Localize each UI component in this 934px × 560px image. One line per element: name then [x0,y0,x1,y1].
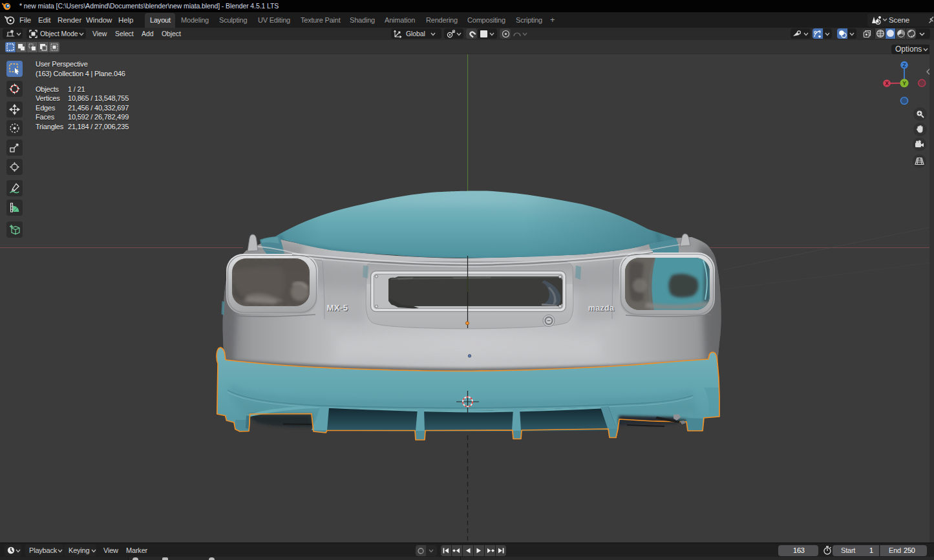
svg-text:mazda: mazda [588,304,615,313]
svg-text:Z: Z [902,62,906,68]
svg-text:Y: Y [902,80,906,87]
svg-text:MX-5: MX-5 [326,303,348,313]
svg-text:X: X [885,80,889,87]
